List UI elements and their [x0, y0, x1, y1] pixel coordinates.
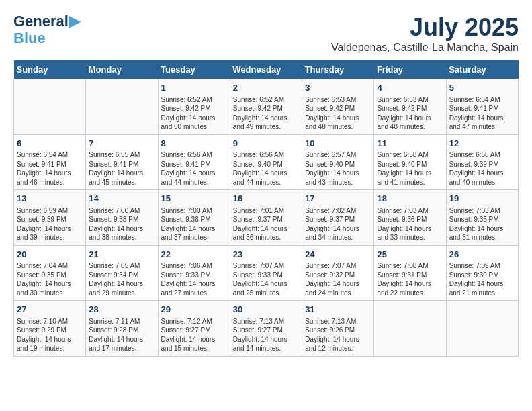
calendar-cell: 17Sunrise: 7:02 AM Sunset: 9:37 PM Dayli… [302, 190, 374, 246]
day-detail: Sunrise: 7:09 AM Sunset: 9:30 PM Dayligh… [449, 261, 515, 298]
day-detail: Sunrise: 6:56 AM Sunset: 9:40 PM Dayligh… [233, 150, 299, 187]
calendar-table: SundayMondayTuesdayWednesdayThursdayFrid… [13, 60, 519, 357]
col-header-monday: Monday [86, 60, 158, 79]
subtitle: Valdepenas, Castille-La Mancha, Spain [331, 42, 519, 54]
day-number: 30 [233, 304, 299, 316]
day-detail: Sunrise: 6:54 AM Sunset: 9:41 PM Dayligh… [449, 95, 515, 132]
calendar-cell: 23Sunrise: 7:07 AM Sunset: 9:33 PM Dayli… [230, 245, 302, 301]
calendar-cell: 18Sunrise: 7:03 AM Sunset: 9:36 PM Dayli… [374, 190, 446, 246]
calendar-cell: 25Sunrise: 7:08 AM Sunset: 9:31 PM Dayli… [374, 245, 446, 301]
calendar-cell: 31Sunrise: 7:13 AM Sunset: 9:26 PM Dayli… [302, 301, 374, 357]
main-title: July 2025 [331, 13, 519, 42]
day-number: 25 [377, 248, 443, 261]
day-detail: Sunrise: 7:00 AM Sunset: 9:38 PM Dayligh… [89, 206, 154, 242]
day-number: 27 [17, 304, 83, 316]
col-header-tuesday: Tuesday [158, 60, 230, 79]
calendar-cell: 5Sunrise: 6:54 AM Sunset: 9:41 PM Daylig… [446, 79, 518, 135]
week-row-1: 1Sunrise: 6:52 AM Sunset: 9:42 PM Daylig… [14, 79, 519, 135]
week-row-3: 13Sunrise: 6:59 AM Sunset: 9:39 PM Dayli… [14, 190, 519, 246]
title-block: July 2025 Valdepenas, Castille-La Mancha… [331, 13, 519, 54]
day-number: 28 [89, 304, 154, 316]
day-detail: Sunrise: 7:12 AM Sunset: 9:27 PM Dayligh… [161, 317, 227, 353]
day-number: 21 [89, 248, 154, 261]
day-number: 12 [449, 138, 515, 150]
day-number: 2 [233, 82, 299, 94]
calendar-cell: 10Sunrise: 6:57 AM Sunset: 9:40 PM Dayli… [302, 134, 374, 190]
day-number: 14 [89, 193, 154, 205]
day-detail: Sunrise: 7:01 AM Sunset: 9:37 PM Dayligh… [233, 206, 299, 242]
day-detail: Sunrise: 7:03 AM Sunset: 9:36 PM Dayligh… [377, 206, 443, 242]
calendar-cell: 13Sunrise: 6:59 AM Sunset: 9:39 PM Dayli… [14, 190, 86, 246]
calendar-cell: 22Sunrise: 7:06 AM Sunset: 9:33 PM Dayli… [158, 245, 230, 301]
column-headers: SundayMondayTuesdayWednesdayThursdayFrid… [14, 60, 519, 79]
calendar-cell: 28Sunrise: 7:11 AM Sunset: 9:28 PM Dayli… [86, 301, 158, 357]
day-number: 3 [305, 82, 371, 94]
day-detail: Sunrise: 7:11 AM Sunset: 9:28 PM Dayligh… [89, 317, 154, 353]
day-number: 18 [377, 193, 443, 205]
day-number: 17 [305, 193, 371, 205]
day-number: 13 [17, 193, 83, 205]
day-detail: Sunrise: 7:00 AM Sunset: 9:38 PM Dayligh… [161, 206, 227, 242]
col-header-friday: Friday [374, 60, 446, 79]
calendar-cell: 15Sunrise: 7:00 AM Sunset: 9:38 PM Dayli… [158, 190, 230, 246]
calendar-cell: 20Sunrise: 7:04 AM Sunset: 9:35 PM Dayli… [14, 245, 86, 301]
col-header-saturday: Saturday [446, 60, 518, 79]
calendar-cell: 27Sunrise: 7:10 AM Sunset: 9:29 PM Dayli… [14, 301, 86, 357]
calendar-cell: 30Sunrise: 7:13 AM Sunset: 9:27 PM Dayli… [230, 301, 302, 357]
day-number: 7 [89, 138, 154, 150]
calendar-cell: 11Sunrise: 6:58 AM Sunset: 9:40 PM Dayli… [374, 134, 446, 190]
page-header: General▶ Blue July 2025 Valdepenas, Cast… [13, 13, 519, 54]
day-detail: Sunrise: 6:57 AM Sunset: 9:40 PM Dayligh… [305, 150, 371, 187]
day-number: 20 [17, 248, 83, 261]
col-header-sunday: Sunday [14, 60, 86, 79]
calendar-cell: 6Sunrise: 6:54 AM Sunset: 9:41 PM Daylig… [14, 134, 86, 190]
calendar-cell: 4Sunrise: 6:53 AM Sunset: 9:42 PM Daylig… [374, 79, 446, 135]
calendar-cell [14, 79, 86, 135]
col-header-thursday: Thursday [302, 60, 374, 79]
calendar-cell [86, 79, 158, 135]
day-number: 1 [161, 82, 227, 94]
day-number: 23 [233, 248, 299, 261]
calendar-cell: 9Sunrise: 6:56 AM Sunset: 9:40 PM Daylig… [230, 134, 302, 190]
calendar-cell: 8Sunrise: 6:56 AM Sunset: 9:41 PM Daylig… [158, 134, 230, 190]
day-detail: Sunrise: 7:13 AM Sunset: 9:26 PM Dayligh… [305, 317, 371, 353]
day-detail: Sunrise: 6:52 AM Sunset: 9:42 PM Dayligh… [161, 95, 227, 132]
calendar-cell [374, 301, 446, 357]
logo: General▶ Blue [13, 13, 80, 47]
week-row-5: 27Sunrise: 7:10 AM Sunset: 9:29 PM Dayli… [14, 301, 519, 357]
day-number: 29 [161, 304, 227, 316]
day-number: 26 [449, 248, 515, 261]
calendar-cell: 1Sunrise: 6:52 AM Sunset: 9:42 PM Daylig… [158, 79, 230, 135]
day-detail: Sunrise: 6:55 AM Sunset: 9:41 PM Dayligh… [89, 150, 154, 187]
day-number: 24 [305, 248, 371, 261]
calendar-cell: 2Sunrise: 6:52 AM Sunset: 9:42 PM Daylig… [230, 79, 302, 135]
calendar-cell: 21Sunrise: 7:05 AM Sunset: 9:34 PM Dayli… [86, 245, 158, 301]
day-detail: Sunrise: 6:54 AM Sunset: 9:41 PM Dayligh… [17, 150, 83, 187]
day-number: 5 [449, 82, 515, 94]
day-detail: Sunrise: 7:04 AM Sunset: 9:35 PM Dayligh… [17, 261, 83, 298]
calendar-cell: 16Sunrise: 7:01 AM Sunset: 9:37 PM Dayli… [230, 190, 302, 246]
logo-blue: Blue [13, 30, 46, 47]
logo-text: General▶ [13, 13, 80, 30]
day-number: 10 [305, 138, 371, 150]
day-detail: Sunrise: 7:07 AM Sunset: 9:33 PM Dayligh… [233, 261, 299, 298]
calendar-cell: 29Sunrise: 7:12 AM Sunset: 9:27 PM Dayli… [158, 301, 230, 357]
calendar-cell: 26Sunrise: 7:09 AM Sunset: 9:30 PM Dayli… [446, 245, 518, 301]
day-detail: Sunrise: 6:59 AM Sunset: 9:39 PM Dayligh… [17, 206, 83, 242]
day-detail: Sunrise: 6:53 AM Sunset: 9:42 PM Dayligh… [305, 95, 371, 132]
week-row-4: 20Sunrise: 7:04 AM Sunset: 9:35 PM Dayli… [14, 245, 519, 301]
day-number: 8 [161, 138, 227, 150]
calendar-cell: 19Sunrise: 7:03 AM Sunset: 9:35 PM Dayli… [446, 190, 518, 246]
day-detail: Sunrise: 7:03 AM Sunset: 9:35 PM Dayligh… [449, 206, 515, 242]
calendar-cell: 3Sunrise: 6:53 AM Sunset: 9:42 PM Daylig… [302, 79, 374, 135]
calendar-body: 1Sunrise: 6:52 AM Sunset: 9:42 PM Daylig… [14, 79, 519, 357]
day-detail: Sunrise: 7:05 AM Sunset: 9:34 PM Dayligh… [89, 261, 154, 298]
day-detail: Sunrise: 7:13 AM Sunset: 9:27 PM Dayligh… [233, 317, 299, 353]
day-number: 9 [233, 138, 299, 150]
day-detail: Sunrise: 7:10 AM Sunset: 9:29 PM Dayligh… [17, 317, 83, 353]
day-detail: Sunrise: 6:56 AM Sunset: 9:41 PM Dayligh… [161, 150, 227, 187]
calendar-cell: 7Sunrise: 6:55 AM Sunset: 9:41 PM Daylig… [86, 134, 158, 190]
day-detail: Sunrise: 6:58 AM Sunset: 9:39 PM Dayligh… [449, 150, 515, 187]
calendar-cell: 12Sunrise: 6:58 AM Sunset: 9:39 PM Dayli… [446, 134, 518, 190]
calendar-cell [446, 301, 518, 357]
